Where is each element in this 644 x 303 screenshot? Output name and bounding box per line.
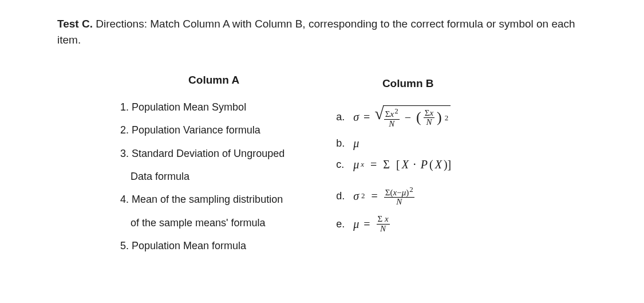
list-item: a. σ = √ Σx2N − ( ΣxN )2 [336, 105, 451, 129]
list-item: 2. Population Variance formula [120, 123, 285, 137]
option-letter: e. [336, 218, 349, 230]
option-letter: a. [336, 111, 349, 123]
option-letter: c. [336, 159, 349, 171]
list-item: b. μ [336, 137, 451, 150]
test-label: Test C. [57, 18, 93, 30]
directions-text: Directions: Match Column A with Column B… [57, 18, 575, 46]
column-a: Column A 1. Population Mean Symbol 2. Po… [120, 74, 285, 257]
list-item: 1. Population Mean Symbol [120, 100, 285, 114]
formula-sigma-sq: σ2 = Σ(x−μ)2N [353, 186, 414, 207]
option-letter: b. [336, 137, 349, 149]
columns-wrapper: Column A 1. Population Mean Symbol 2. Po… [57, 74, 592, 257]
formula-sigma-sqrt: σ = √ Σx2N − ( ΣxN )2 [353, 105, 451, 129]
option-letter: d. [336, 190, 349, 202]
directions: Test C. Directions: Match Column A with … [57, 16, 592, 48]
list-item: 5. Population Mean formula [120, 239, 285, 253]
list-item: of the sample means' formula [120, 216, 285, 230]
column-b: Column B a. σ = √ Σx2N − ( ΣxN )2 [336, 74, 451, 257]
list-item: c. μx = Σ [X · P(X)] [336, 158, 451, 171]
list-item: d. σ2 = Σ(x−μ)2N [336, 186, 451, 207]
column-a-header: Column A [120, 74, 285, 86]
list-item: 4. Mean of the sampling distribution [120, 192, 285, 206]
formula-mu-x-sum: μx = Σ [X · P(X)] [353, 158, 451, 171]
list-item: e. μ = Σ xN [336, 215, 451, 234]
list-item: 3. Standard Deviation of Ungrouped [120, 147, 285, 160]
column-b-header: Column B [336, 77, 451, 90]
list-item: Data formula [120, 170, 285, 183]
formula-mu-symbol: μ [353, 137, 359, 150]
page: Test C. Directions: Match Column A with … [0, 0, 644, 303]
formula-mu-sumx: μ = Σ xN [353, 215, 389, 234]
